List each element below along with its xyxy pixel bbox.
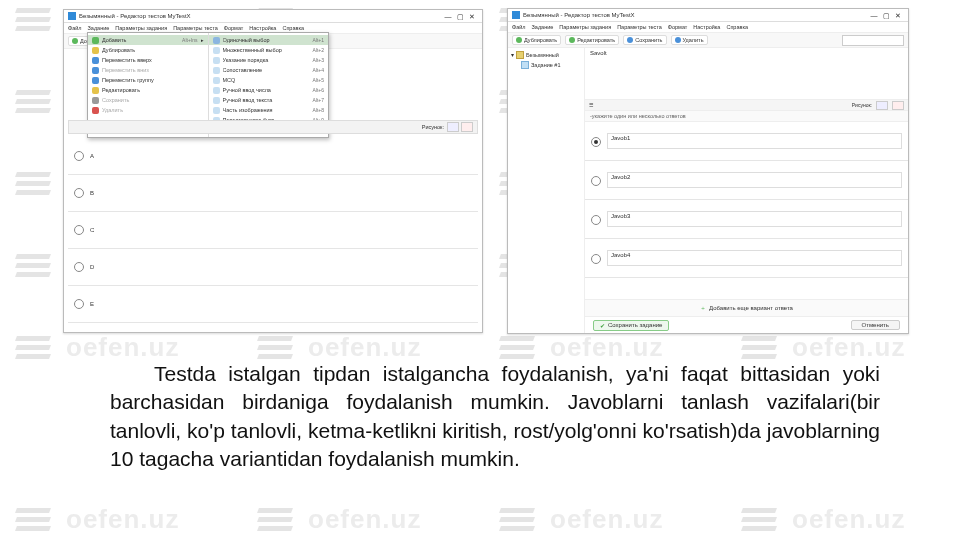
menu-task[interactable]: Задание [88,25,110,31]
picture-picker-icon[interactable] [447,122,459,132]
format-toolbar[interactable]: ☰ Рисунок: [585,99,908,111]
tree-child[interactable]: Задание #1 [511,60,581,70]
plus-icon [72,38,78,44]
tb-duplicate[interactable]: Дублировать [512,35,561,45]
dd-type-item[interactable]: MCQAlt+5 [209,75,329,85]
minimize-button[interactable]: — [868,12,880,19]
search-field[interactable] [842,35,904,46]
radio-icon[interactable] [74,262,84,272]
dd-add[interactable]: Добавить Alt+Ins ▸ [88,35,208,45]
body-paragraph: Testda istalgan tipdan istalgancha foyda… [110,360,880,473]
tree-root[interactable]: ▾ Безымянный [511,50,581,60]
screenshot-right: Безымянный - Редактор тестов MyTestX — ▢… [507,8,909,334]
menu-settings[interactable]: Настройка [249,25,276,31]
radio-icon[interactable] [591,176,601,186]
dd-type-item[interactable]: Часть изображенияAlt+8 [209,105,329,115]
radio-icon[interactable] [74,299,84,309]
left-titlebar: Безымянный - Редактор тестов MyTestX — ▢… [64,10,482,23]
action-icon [92,67,99,74]
maximize-button[interactable]: ▢ [454,13,466,20]
plus-icon [569,37,575,43]
dd-single-choice[interactable]: Одиночный выбор Alt+1 [209,35,329,45]
menu-task[interactable]: Задание [532,24,554,30]
answer-hint: -укажите один или несколько ответов [585,111,908,122]
radio-icon[interactable] [74,151,84,161]
tb-delete[interactable]: Удалить [671,35,708,45]
right-menubar[interactable]: Файл Задание Параметры задания Параметры… [508,22,908,33]
menu-format[interactable]: Формат [224,25,244,31]
dd-type-item[interactable]: Ручной ввод числаAlt+6 [209,85,329,95]
list-icon[interactable]: ☰ [589,102,593,108]
left-title: Безымянный - Редактор тестов MyTestX [79,13,191,19]
answer-row[interactable]: Javob4 [585,239,908,278]
action-icon [92,47,99,54]
picture-picker-icon[interactable] [876,101,888,110]
menu-format[interactable]: Формат [668,24,688,30]
close-button[interactable]: ✕ [892,12,904,19]
dd-item[interactable]: Редактировать [88,85,208,95]
answer-row[interactable]: A [68,138,478,175]
plus-icon [516,37,522,43]
answer-row[interactable]: B [68,175,478,212]
screenshot-left: Безымянный - Редактор тестов MyTestX — ▢… [63,9,483,333]
maximize-button[interactable]: ▢ [880,12,892,19]
tb-save[interactable]: Сохранить [623,35,666,45]
dd-item[interactable]: Переместить вверх [88,55,208,65]
disk-icon [627,37,633,43]
menu-help[interactable]: Справка [726,24,748,30]
dd-type-item[interactable]: Множественный выборAlt+2 [209,45,329,55]
radio-icon[interactable] [74,225,84,235]
radio-icon[interactable] [591,215,601,225]
action-icon [92,77,99,84]
type-icon [213,47,220,54]
type-icon [213,37,220,44]
right-editor-panel: Savolt ☰ Рисунок: -укажите один или неск… [585,47,908,333]
answer-row[interactable]: C [68,212,478,249]
dd-type-item[interactable]: Ручной ввод текстаAlt+7 [209,95,329,105]
dd-item[interactable]: Дублировать [88,45,208,55]
right-toolbar: Дублировать Редактировать Сохранить Удал… [508,33,908,48]
menu-test-params[interactable]: Параметры теста [617,24,662,30]
tb-edit[interactable]: Редактировать [565,35,619,45]
close-button[interactable]: ✕ [466,13,478,20]
answer-input[interactable]: Javob2 [607,172,902,188]
menu-task-params[interactable]: Параметры задания [115,25,167,31]
check-icon: ✔ [600,322,605,329]
menu-test-params[interactable]: Параметры теста [173,25,218,31]
add-variant-btn[interactable]: ＋ Добавить еще вариант ответа [585,299,908,316]
radio-icon[interactable] [74,188,84,198]
save-task-button[interactable]: ✔ Сохранить задание [593,320,669,331]
minimize-button[interactable]: — [442,13,454,20]
type-icon [213,87,220,94]
answer-row[interactable]: Javob3 [585,200,908,239]
disk-icon [675,37,681,43]
type-icon [213,107,220,114]
answer-row[interactable]: Javob2 [585,161,908,200]
answer-row[interactable]: E [68,286,478,323]
task-icon [521,61,529,69]
dd-item[interactable]: Переместить группу [88,75,208,85]
answer-input[interactable]: Javob3 [607,211,902,227]
answer-row[interactable]: Javob1 [585,122,908,161]
dd-type-item[interactable]: СопоставлениеAlt+4 [209,65,329,75]
menu-task-params[interactable]: Параметры задания [559,24,611,30]
app-icon [68,12,76,20]
picture-delete-icon[interactable] [461,122,473,132]
menu-file[interactable]: Файл [512,24,526,30]
menu-settings[interactable]: Настройка [693,24,720,30]
plus-icon: ＋ [700,304,706,313]
chevron-down-icon: ▾ [511,52,514,58]
cancel-button[interactable]: Отменить [851,320,900,330]
answer-input[interactable]: Javob4 [607,250,902,266]
radio-icon[interactable] [591,254,601,264]
right-titlebar: Безымянный - Редактор тестов MyTestX — ▢… [508,9,908,22]
radio-icon[interactable] [591,137,601,147]
menu-help[interactable]: Справка [282,25,304,31]
answer-row[interactable]: D [68,249,478,286]
answer-input[interactable]: Javob1 [607,133,902,149]
left-question-bar: Рисунок: [68,120,478,134]
dd-item: Удалить [88,105,208,115]
dd-type-item[interactable]: Указание порядкаAlt+3 [209,55,329,65]
picture-delete-icon[interactable] [892,101,904,110]
menu-file[interactable]: Файл [68,25,82,31]
